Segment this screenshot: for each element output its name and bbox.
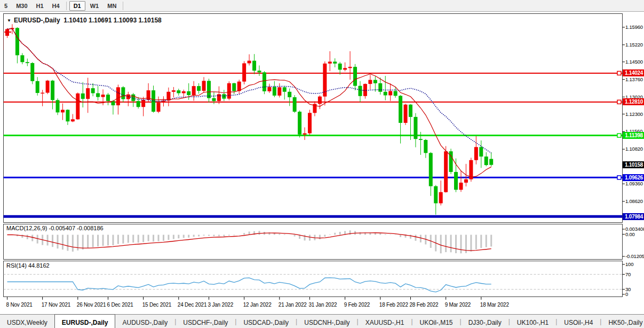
rsi-axis-tick: 70 bbox=[625, 271, 631, 277]
tab-usdchf-daily[interactable]: USDCHF-,Daily bbox=[176, 315, 235, 328]
price-axis-tick: 1.08620 bbox=[625, 198, 643, 204]
tab-xauusd-h1[interactable]: XAUUSD-,H1 bbox=[359, 315, 411, 328]
tab-ukoil-m15[interactable]: UKOil-,M15 bbox=[413, 315, 460, 328]
rsi-indicator-label: RSI(14) 44.8162 bbox=[6, 262, 50, 269]
date-axis-label: 31 Jan 2022 bbox=[309, 302, 337, 308]
price-axis-tick: 1.14500 bbox=[625, 59, 643, 65]
tab-audusd-daily[interactable]: AUDUSD-,Daily bbox=[115, 315, 174, 328]
date-axis-label: 18 Mar 2022 bbox=[480, 302, 509, 308]
price-axis-tick: 1.15960 bbox=[625, 24, 643, 30]
current-price-tag: 1.10158 bbox=[623, 161, 644, 168]
tab-usoil-h4[interactable]: USOil-,H4 bbox=[557, 315, 600, 328]
date-axis-label: 24 Dec 2021 bbox=[178, 302, 207, 308]
chart-title: ▼EURUSD-,Daily 1.10410 1.10691 1.10093 1… bbox=[7, 17, 162, 24]
price-axis-tick: 1.10820 bbox=[625, 146, 643, 152]
chart-ohlc-values: 1.10410 1.10691 1.10093 1.10158 bbox=[63, 17, 162, 24]
chart-title-expander-icon[interactable]: ▼ bbox=[7, 18, 11, 23]
rsi-axis-tick: 0 bbox=[625, 291, 628, 297]
macd-axis-tick: 0.00 bbox=[625, 231, 635, 237]
tab-dj30-daily[interactable]: DJ30-,Daily bbox=[462, 315, 508, 328]
date-axis-label: 15 Dec 2021 bbox=[142, 302, 172, 308]
date-axis-label: 26 Nov 2021 bbox=[77, 302, 106, 308]
price-level-tag: 1.11398 bbox=[623, 132, 644, 139]
chart-symbol-label: EURUSD-,Daily bbox=[14, 17, 60, 24]
hline-handle-1.12810[interactable] bbox=[617, 100, 621, 104]
tab-uk100-h1[interactable]: UK100-,H1 bbox=[510, 315, 555, 328]
price-level-tag: 1.14024 bbox=[623, 69, 644, 76]
main-price-pane-border bbox=[4, 14, 623, 223]
date-axis-label: 18 Feb 2022 bbox=[379, 302, 408, 308]
date-axis-label: 12 Jan 2022 bbox=[243, 302, 272, 308]
hline-handle-1.09626[interactable] bbox=[617, 176, 621, 179]
price-level-tag: 1.07984 bbox=[623, 213, 644, 220]
rsi-axis-tick: 100 bbox=[625, 261, 633, 267]
tab-usdcnh-daily[interactable]: USDCNH-,Daily bbox=[297, 315, 356, 328]
date-axis-label: 17 Nov 2021 bbox=[42, 302, 71, 308]
hline-handle-1.11398[interactable] bbox=[617, 134, 621, 137]
price-level-tag: 1.12810 bbox=[623, 98, 644, 105]
date-axis-label: 8 Nov 2021 bbox=[6, 302, 33, 308]
tab-hk50-daily[interactable]: HK50-,Daily bbox=[601, 315, 644, 328]
price-axis-tick: 1.15220 bbox=[625, 42, 643, 48]
hline-handle-1.14024[interactable] bbox=[617, 71, 621, 75]
tab-usdcad-daily[interactable]: USDCAD-,Daily bbox=[236, 315, 296, 328]
macd-indicator-label: MACD(12,26,9) -0.005407 -0.008186 bbox=[6, 225, 104, 231]
chart-tab-bar: USDX,WeeklyEURUSD-,DailyAUDUSD-,Daily|US… bbox=[0, 314, 644, 328]
price-axis-tick: 1.12300 bbox=[625, 111, 643, 117]
tab-eurusd-daily[interactable]: EURUSD-,Daily bbox=[54, 314, 116, 328]
chart-graphics bbox=[0, 0, 644, 328]
macd-axis-tick: -0.012059 bbox=[625, 253, 644, 259]
date-axis-label: 9 Mar 2022 bbox=[445, 302, 471, 308]
trading-platform-window: 5M30H1H4D1W1MN ▼EURUSD-,Daily 1.10410 1.… bbox=[0, 0, 644, 328]
rsi-pane-border bbox=[4, 261, 623, 297]
price-level-tag: 1.09626 bbox=[623, 174, 644, 181]
date-axis-label: 21 Jan 2022 bbox=[279, 302, 307, 308]
date-axis-label: 3 Jan 2022 bbox=[208, 302, 234, 308]
tab-usdx-weekly[interactable]: USDX,Weekly bbox=[0, 315, 54, 328]
price-axis-tick: 1.13760 bbox=[625, 76, 643, 82]
date-axis-label: 6 Dec 2021 bbox=[107, 302, 133, 308]
date-axis-label: 9 Feb 2022 bbox=[344, 302, 370, 308]
price-axis-tick: 1.09360 bbox=[625, 181, 643, 186]
date-axis-label: 28 Feb 2022 bbox=[410, 302, 439, 308]
